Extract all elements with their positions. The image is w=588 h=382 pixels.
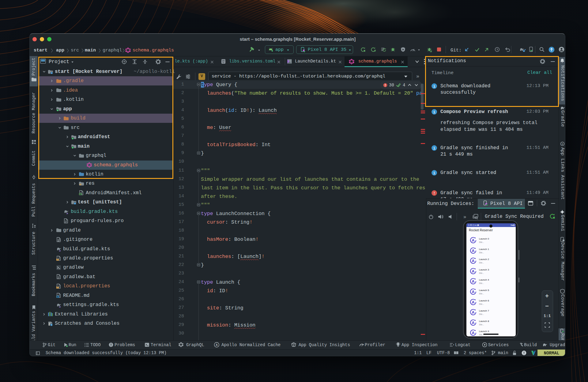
svg-text:A: A [472,310,475,315]
svg-text:A: A [472,320,475,325]
svg-text:[T]: [T] [221,61,225,63]
svg-text:!: ! [433,191,435,196]
svg-text:A: A [472,269,475,274]
svg-text:i: i [433,110,435,115]
svg-text:A: A [216,343,217,347]
svg-text:MD: MD [57,296,59,298]
svg-text:A: A [472,238,475,243]
svg-text:A: A [472,248,475,253]
svg-text:A: A [472,289,475,294]
svg-text:i: i [433,171,435,176]
svg-text:⊕: ⊕ [562,143,563,146]
svg-text:A: A [375,50,376,52]
svg-text:A: A [472,259,475,263]
svg-text:MF: MF [79,193,81,195]
svg-text:i: i [433,146,435,151]
svg-text:A: A [472,300,475,304]
svg-text:A: A [472,331,475,335]
svg-text:A: A [472,279,475,284]
